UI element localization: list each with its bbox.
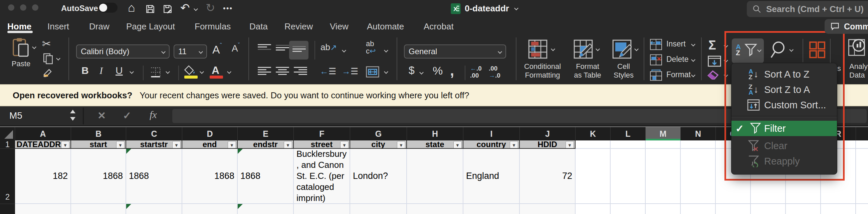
- grid-cell[interactable]: [681, 149, 716, 204]
- document-title-chevron-icon[interactable]: [514, 6, 519, 10]
- filter-dropdown-button[interactable]: ▼: [172, 141, 181, 149]
- row-header-2[interactable]: 2: [0, 149, 15, 204]
- grid-cell[interactable]: 1868: [71, 149, 126, 204]
- tab-data[interactable]: Data: [249, 19, 268, 33]
- eraser-chevron-icon[interactable]: [724, 73, 728, 77]
- decrease-decimal-button[interactable]: .00→.0: [489, 65, 500, 79]
- currency-chevron-icon[interactable]: [419, 70, 424, 75]
- format-as-table-button[interactable]: Format as Table: [566, 62, 609, 80]
- save-icon[interactable]: [145, 4, 156, 15]
- mac-close-button[interactable]: [8, 4, 14, 11]
- find-select-chevron-icon[interactable]: [789, 48, 794, 52]
- bold-button[interactable]: B: [82, 65, 89, 76]
- redo-icon[interactable]: ↻: [206, 2, 215, 14]
- tab-page-layout[interactable]: Page Layout: [126, 19, 175, 33]
- delete-button[interactable]: Delete: [666, 55, 688, 64]
- name-box-spinner-down[interactable]: [70, 117, 75, 121]
- delete-cells-icon[interactable]: [650, 54, 662, 65]
- grid-cell[interactable]: England: [463, 149, 520, 204]
- align-bottom-button[interactable]: [292, 46, 306, 52]
- home-icon[interactable]: ⌂: [128, 2, 135, 14]
- filter-header-cell-HDID[interactable]: HDID▼: [520, 140, 576, 149]
- filter-header-cell-start[interactable]: start▼: [71, 140, 126, 149]
- grid-cell[interactable]: 1868: [182, 149, 238, 204]
- grid-cell[interactable]: [751, 204, 786, 214]
- analyze-data-icon[interactable]: [848, 37, 867, 57]
- column-header-E[interactable]: E: [238, 127, 294, 140]
- filter-dropdown-button[interactable]: ▼: [565, 141, 574, 149]
- column-header-A[interactable]: A: [15, 127, 71, 140]
- save-as-icon[interactable]: [162, 4, 173, 15]
- undo-icon[interactable]: ↶: [180, 2, 190, 14]
- mac-minimize-button[interactable]: [20, 4, 26, 11]
- align-left-button[interactable]: [258, 67, 271, 75]
- number-format-select[interactable]: General: [404, 45, 506, 58]
- increase-decimal-button[interactable]: ←.0.00: [470, 65, 482, 79]
- insert-cells-icon[interactable]: [650, 39, 662, 50]
- grid-cell[interactable]: [856, 149, 868, 204]
- fill-color-icon[interactable]: [184, 65, 196, 75]
- format-painter-icon[interactable]: [42, 68, 54, 80]
- format-cells-icon[interactable]: [650, 70, 662, 81]
- paste-icon[interactable]: [12, 37, 29, 57]
- menu-item-sort-z-to-a[interactable]: ZA↓ Sort Z to A: [732, 82, 837, 97]
- tab-acrobat[interactable]: Acrobat: [424, 19, 454, 33]
- column-header-N[interactable]: N: [681, 127, 716, 140]
- row-header-1[interactable]: 1: [0, 140, 15, 149]
- grid-cell[interactable]: [646, 140, 681, 149]
- filter-dropdown-button[interactable]: ▼: [453, 141, 462, 149]
- orientation-chevron-icon[interactable]: [342, 48, 346, 53]
- column-header-J[interactable]: J: [520, 127, 576, 140]
- filter-dropdown-button[interactable]: ▼: [510, 141, 518, 149]
- grid-cell[interactable]: [576, 204, 611, 214]
- select-all-corner[interactable]: [0, 127, 15, 140]
- add-ins-icon[interactable]: [809, 41, 825, 58]
- conditional-formatting-chevron-icon[interactable]: [551, 47, 555, 51]
- tab-formulas[interactable]: Formulas: [195, 19, 231, 33]
- paste-chevron-icon[interactable]: [32, 45, 36, 49]
- grid-cell[interactable]: [681, 204, 716, 214]
- delete-chevron-icon[interactable]: [691, 57, 695, 62]
- format-button[interactable]: Format: [666, 70, 691, 79]
- conditional-formatting-button[interactable]: Conditional Formatting: [516, 62, 569, 80]
- align-center-button[interactable]: [276, 67, 289, 75]
- tab-automate[interactable]: Automate: [367, 19, 404, 33]
- clear-eraser-icon[interactable]: [707, 70, 722, 82]
- filter-dropdown-button[interactable]: ▼: [116, 141, 125, 149]
- autosave-toggle[interactable]: [98, 3, 118, 13]
- grid-cell[interactable]: 1868: [238, 149, 294, 204]
- grid-cell[interactable]: [646, 149, 681, 204]
- grid-cell[interactable]: [576, 149, 611, 204]
- filter-dropdown-button[interactable]: ▼: [397, 141, 405, 149]
- grid-cell[interactable]: [576, 140, 611, 149]
- grid-cell[interactable]: 1868: [126, 149, 182, 204]
- grid-cell[interactable]: [646, 204, 681, 214]
- menu-item-reapply[interactable]: Reapply: [732, 154, 837, 169]
- merge-chevron-icon[interactable]: [384, 70, 388, 74]
- grid-cell[interactable]: [611, 204, 646, 214]
- underline-chevron-icon[interactable]: [129, 70, 134, 74]
- column-header-C[interactable]: C: [126, 127, 182, 140]
- grid-cell[interactable]: 1785: [238, 204, 294, 214]
- format-as-table-chevron-icon[interactable]: [596, 47, 600, 51]
- underline-button[interactable]: U: [116, 65, 123, 76]
- font-color-chevron-icon[interactable]: [227, 70, 231, 74]
- filter-header-cell-endstr[interactable]: endstr▼: [238, 140, 294, 149]
- filter-dropdown-button[interactable]: ▼: [61, 141, 69, 149]
- autosum-chevron-icon[interactable]: [724, 44, 728, 48]
- search-input[interactable]: Search (Cmd + Ctrl + U): [747, 1, 868, 17]
- filter-dropdown-button[interactable]: ▼: [228, 141, 236, 149]
- borders-icon[interactable]: [150, 66, 162, 78]
- percent-format-button[interactable]: %: [433, 64, 443, 77]
- name-box-spinner-up[interactable]: [70, 110, 75, 113]
- column-header-B[interactable]: B: [71, 127, 126, 140]
- grid-cell[interactable]: 1785: [71, 204, 126, 214]
- borders-chevron-icon[interactable]: [165, 70, 170, 74]
- menu-item-sort-a-to-z[interactable]: AZ↓ Sort A to Z: [732, 66, 837, 82]
- filter-header-cell-end[interactable]: end▼: [182, 140, 238, 149]
- grid-cell[interactable]: [716, 204, 751, 214]
- grid-cell[interactable]: 72: [520, 149, 576, 204]
- text-orientation-icon[interactable]: ab↗: [320, 42, 337, 53]
- column-header-L[interactable]: L: [611, 127, 646, 140]
- grid-cell[interactable]: [856, 204, 868, 214]
